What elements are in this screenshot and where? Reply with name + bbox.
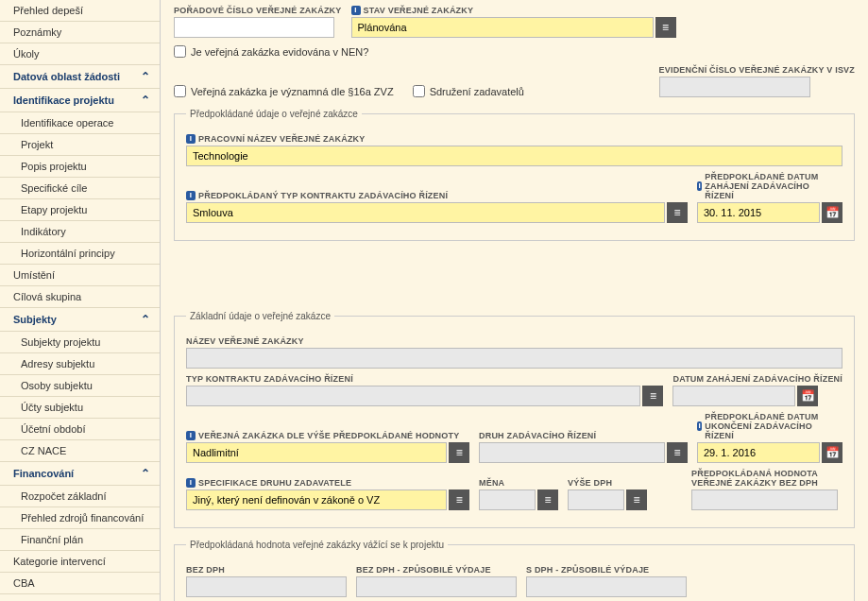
sidebar-item-14[interactable]: Subjekty⌃ bbox=[0, 308, 160, 332]
chevron-up-icon: ⌃ bbox=[141, 94, 150, 107]
sidebar-item-17[interactable]: Osoby subjektu bbox=[0, 375, 160, 397]
sidebar-item-26[interactable]: CBA bbox=[0, 573, 160, 594]
sidebar-item-24[interactable]: Finanční plán bbox=[0, 529, 160, 551]
nazev-vz-label: NÁZEV VEŘEJNÉ ZAKÁZKY bbox=[186, 336, 842, 346]
sidebar-item-27[interactable]: Klíčové aktivity bbox=[0, 594, 160, 601]
stav-list-button[interactable]: ≡ bbox=[655, 17, 676, 38]
vyse-dph-list-button[interactable]: ≡ bbox=[626, 489, 647, 510]
evidencni-label: EVIDENČNÍ ČÍSLO VEŘEJNÉ ZAKÁZKY V ISVZ bbox=[659, 65, 855, 75]
info-icon: i bbox=[186, 191, 196, 200]
bez-dph-label: BEZ DPH bbox=[186, 565, 347, 575]
vyse-dph-input[interactable] bbox=[568, 489, 624, 510]
sidebar-item-22[interactable]: Rozpočet základní bbox=[0, 486, 160, 507]
spec-druhu-input[interactable] bbox=[186, 489, 447, 510]
typ-kontraktu-label: TYP KONTRAKTU ZADÁVACÍHO ŘÍZENÍ bbox=[186, 374, 663, 384]
fieldset-zakladni: Základní údaje o veřejné zakázce NÁZEV V… bbox=[174, 311, 855, 528]
pracovni-label: iPRACOVNÍ NÁZEV VEŘEJNÉ ZAKÁZKY bbox=[186, 134, 842, 144]
sidebar-item-8[interactable]: Specifické cíle bbox=[0, 178, 160, 199]
sidebar-item-15[interactable]: Subjekty projektu bbox=[0, 332, 160, 353]
sidebar-item-3[interactable]: Datová oblast žádosti⌃ bbox=[0, 65, 160, 89]
datum-zahajeni-label: DATUM ZAHÁJENÍ ZADÁVACÍHO ŘÍZENÍ bbox=[672, 374, 842, 384]
typ-kontraktu-list-button[interactable]: ≡ bbox=[642, 386, 663, 406]
nen-checkbox[interactable]: Je veřejná zakázka evidována v NEN? bbox=[174, 45, 368, 58]
bez-dph-input bbox=[186, 576, 347, 597]
sidebar-item-12[interactable]: Umístění bbox=[0, 265, 160, 286]
sidebar-item-21[interactable]: Financování⌃ bbox=[0, 462, 160, 486]
datum-ukonceni-label: iPŘEDPOKLÁDANÉ DATUM UKONČENÍ ZADÁVACÍHO… bbox=[697, 412, 839, 440]
evidencni-input bbox=[659, 77, 810, 97]
sidebar-item-2[interactable]: Úkoly bbox=[0, 43, 160, 65]
calendar-icon[interactable]: 📅 bbox=[797, 386, 818, 406]
sidebar-item-16[interactable]: Adresy subjektu bbox=[0, 353, 160, 375]
sidebar-item-13[interactable]: Cílová skupina bbox=[0, 286, 160, 308]
stav-label: iSTAV VEŘEJNÉ ZAKÁZKY bbox=[351, 6, 676, 15]
info-icon: i bbox=[697, 421, 702, 431]
sdruzeni-checkbox[interactable]: Sdružení zadavatelů bbox=[413, 85, 524, 97]
vz-vyse-input[interactable] bbox=[186, 442, 447, 463]
sidebar-item-7[interactable]: Popis projektu bbox=[0, 156, 160, 178]
nazev-vz-input bbox=[186, 348, 842, 369]
info-icon: i bbox=[186, 431, 196, 440]
sidebar-item-25[interactable]: Kategorie intervencí bbox=[0, 551, 160, 573]
datum-zahajeni-pred-label: iPŘEDPOKLÁDANÉ DATUM ZAHÁJENÍ ZADÁVACÍHO… bbox=[697, 172, 839, 200]
sidebar-item-10[interactable]: Indikátory bbox=[0, 221, 160, 243]
bez-dph-zpusobile-input bbox=[356, 576, 517, 597]
vz-vyse-list-button[interactable]: ≡ bbox=[449, 442, 469, 463]
sidebar: Přehled depešíPoznámkyÚkolyDatová oblast… bbox=[0, 0, 161, 601]
datum-zahajeni-pred-input[interactable] bbox=[697, 202, 820, 223]
s-dph-zpusobile-label: S DPH - ZPŮSOBILÉ VÝDAJE bbox=[526, 565, 687, 575]
druh-rizeni-input[interactable] bbox=[479, 442, 665, 463]
druh-rizeni-label: DRUH ZADÁVACÍHO ŘÍZENÍ bbox=[479, 431, 688, 440]
calendar-icon[interactable]: 📅 bbox=[822, 202, 842, 223]
mena-input[interactable] bbox=[479, 489, 536, 510]
mena-label: MĚNA bbox=[479, 478, 558, 488]
sidebar-item-0[interactable]: Přehled depeší bbox=[0, 0, 160, 22]
info-icon: i bbox=[697, 181, 702, 191]
poradove-input[interactable] bbox=[174, 17, 334, 38]
chevron-up-icon: ⌃ bbox=[141, 467, 150, 480]
info-icon: i bbox=[186, 134, 196, 144]
poradove-label: POŘADOVÉ ČÍSLO VEŘEJNÉ ZAKÁZKY bbox=[174, 6, 342, 15]
main-form: POŘADOVÉ ČÍSLO VEŘEJNÉ ZAKÁZKY iSTAV VEŘ… bbox=[161, 0, 868, 601]
fs1-legend: Předpokládané údaje o veřejné zakázce bbox=[186, 109, 362, 119]
hodnota-bezdph-label: PŘEDPOKLÁDANÁ HODNOTA VEŘEJNÉ ZAKÁZKY BE… bbox=[691, 469, 842, 488]
vyse-dph-label: VÝŠE DPH bbox=[568, 478, 647, 488]
typ-kontraktu-pred-label: iPŘEDPOKLÁDANÝ TYP KONTRAKTU ZADÁVACÍHO … bbox=[186, 191, 688, 200]
chevron-up-icon: ⌃ bbox=[141, 313, 150, 326]
sidebar-item-4[interactable]: Identifikace projektu⌃ bbox=[0, 89, 160, 112]
sidebar-item-5[interactable]: Identifikace operace bbox=[0, 112, 160, 134]
s-dph-zpusobile-input bbox=[526, 576, 687, 597]
fs2-legend: Základní údaje o veřejné zakázce bbox=[186, 311, 334, 321]
sidebar-item-18[interactable]: Účty subjektu bbox=[0, 397, 160, 419]
info-icon: i bbox=[351, 6, 361, 15]
vz-vyse-label: iVEŘEJNÁ ZAKÁZKA DLE VÝŠE PŘEDPOKLÁDANÉ … bbox=[186, 431, 469, 440]
mena-list-button[interactable]: ≡ bbox=[537, 489, 558, 510]
fs3-legend: Předpokládaná hodnota veřejné zakázky vá… bbox=[186, 540, 448, 550]
typ-kontraktu-input[interactable] bbox=[186, 386, 640, 406]
sidebar-item-9[interactable]: Etapy projektu bbox=[0, 199, 160, 221]
vyznamna-checkbox[interactable]: Veřejná zakázka je významná dle §16a ZVZ bbox=[174, 85, 394, 97]
spec-druhu-label: iSPECIFIKACE DRUHU ZADAVATELE bbox=[186, 478, 469, 488]
sidebar-item-20[interactable]: CZ NACE bbox=[0, 440, 160, 462]
bez-dph-zpusobile-label: BEZ DPH - ZPŮSOBILÉ VÝDAJE bbox=[356, 565, 517, 575]
calendar-icon[interactable]: 📅 bbox=[822, 442, 842, 463]
pracovni-input[interactable] bbox=[186, 146, 842, 166]
typ-kontraktu-pred-list-button[interactable]: ≡ bbox=[667, 202, 688, 223]
stav-input[interactable] bbox=[351, 17, 654, 38]
datum-ukonceni-input[interactable] bbox=[697, 442, 820, 463]
sidebar-item-6[interactable]: Projekt bbox=[0, 134, 160, 156]
datum-zahajeni-input[interactable] bbox=[672, 386, 795, 406]
sidebar-item-19[interactable]: Účetní období bbox=[0, 419, 160, 440]
sidebar-item-23[interactable]: Přehled zdrojů financování bbox=[0, 507, 160, 529]
chevron-up-icon: ⌃ bbox=[141, 70, 150, 83]
sidebar-item-11[interactable]: Horizontální principy bbox=[0, 243, 160, 265]
typ-kontraktu-pred-input[interactable] bbox=[186, 202, 665, 223]
fieldset-predpokladane: Předpokládané údaje o veřejné zakázce iP… bbox=[174, 109, 855, 241]
druh-rizeni-list-button[interactable]: ≡ bbox=[667, 442, 688, 463]
hodnota-bezdph-input bbox=[691, 489, 838, 510]
info-icon: i bbox=[186, 478, 196, 488]
fieldset-hodnota-projekt: Předpokládaná hodnota veřejné zakázky vá… bbox=[174, 540, 855, 601]
spec-druhu-list-button[interactable]: ≡ bbox=[449, 489, 469, 510]
sidebar-item-1[interactable]: Poznámky bbox=[0, 22, 160, 43]
